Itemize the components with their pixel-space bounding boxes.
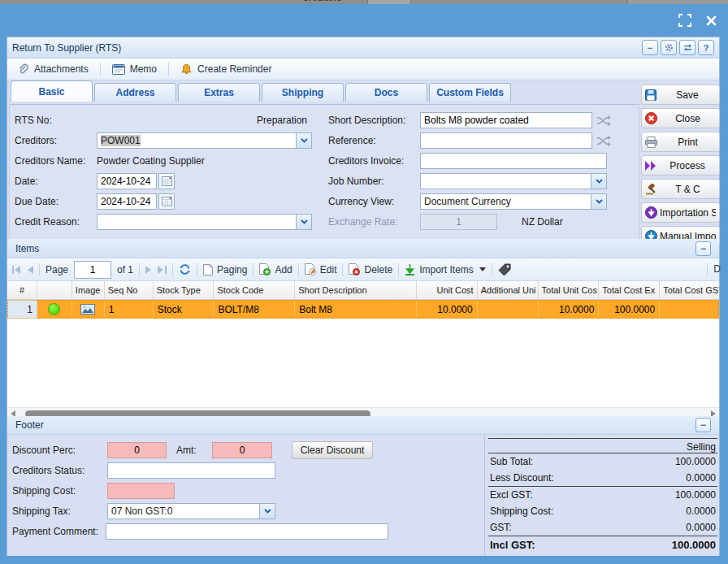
close-red-icon	[645, 112, 657, 124]
next-page-icon[interactable]	[145, 266, 152, 274]
totals-panel: Selling Sub Total: 100.0000 Less Discoun…	[488, 438, 717, 553]
tab-address[interactable]: Address	[94, 83, 176, 102]
currency-view-combo[interactable]: Document Currency	[420, 193, 607, 210]
settings-button[interactable]	[661, 40, 677, 55]
shipping-tax-combo[interactable]: 07 Non GST:0	[107, 503, 275, 519]
less-discount-label: Less Discount:	[490, 472, 554, 484]
importation-split-button[interactable]: Importation Spl	[641, 202, 720, 223]
page-number-input[interactable]	[74, 261, 111, 279]
save-icon	[645, 89, 656, 101]
payment-comment-field[interactable]	[106, 523, 388, 540]
t-and-c-label: T & C	[660, 184, 716, 195]
chevron-down-icon[interactable]	[296, 133, 311, 148]
create-reminder-button[interactable]: Create Reminder	[177, 62, 275, 77]
chevron-down-icon[interactable]	[296, 215, 311, 229]
last-page-icon[interactable]	[158, 266, 167, 274]
creditors-combo[interactable]: POW001	[97, 132, 312, 149]
toolbar-separator	[342, 263, 343, 276]
paging-button[interactable]: Paging	[203, 264, 247, 275]
col-image[interactable]: Image	[72, 281, 105, 299]
credit-reason-combo[interactable]	[97, 214, 312, 230]
clear-discount-button[interactable]: Clear Discount	[292, 441, 373, 459]
add-label: Add	[275, 264, 292, 275]
prev-page-icon[interactable]	[27, 266, 33, 274]
add-item-button[interactable]: Add	[259, 263, 292, 275]
col-unit-cost[interactable]: Unit Cost	[417, 281, 478, 299]
discount-amt-field[interactable]	[212, 442, 272, 458]
col-total-cost-gst[interactable]: Total Cost GST	[660, 281, 719, 299]
job-number-combo[interactable]	[420, 173, 607, 189]
import-items-button[interactable]: Import Items	[405, 264, 486, 275]
close-button[interactable]: Close	[641, 108, 720, 128]
col-additional-unit[interactable]: Additional Uni	[478, 281, 539, 299]
items-grid-header: # Image Seq No Stock Type Stock Code Sho…	[7, 281, 719, 300]
creditors-invoice-field[interactable]	[420, 153, 607, 169]
exchange-rate-field	[420, 214, 497, 230]
toolbar-separator	[253, 263, 254, 276]
reference-field[interactable]	[420, 132, 592, 149]
creditors-invoice-label: Creditors Invoice:	[328, 155, 420, 167]
col-status[interactable]	[37, 281, 72, 299]
import-items-icon	[405, 264, 415, 275]
col-num[interactable]: #	[7, 281, 37, 299]
print-button[interactable]: Print	[641, 132, 720, 152]
col-total-cost-ex[interactable]: Total Cost Ex	[599, 281, 660, 299]
printer-icon	[645, 137, 657, 148]
attachments-button[interactable]: Attachments	[14, 62, 92, 77]
short-description-label: Short Description:	[328, 115, 420, 126]
collapse-items-button[interactable]: −	[696, 241, 711, 256]
totals-column-header: Selling	[488, 438, 717, 453]
chevron-down-icon[interactable]	[591, 194, 606, 209]
shipping-cost-field[interactable]	[107, 483, 175, 499]
tab-shipping[interactable]: Shipping	[262, 83, 344, 102]
table-row[interactable]: 1 1 Stock BOLT/M8 Bolt M8 10.0000 10.000…	[7, 300, 719, 319]
toolbar-separator	[707, 263, 708, 276]
save-button[interactable]: Save	[641, 85, 720, 105]
tab-custom-fields[interactable]: Custom Fields	[429, 83, 511, 102]
t-and-c-button[interactable]: T & C	[641, 179, 720, 199]
chevron-down-icon[interactable]	[259, 504, 275, 518]
discount-perc-field[interactable]	[107, 442, 167, 458]
row-image-cell[interactable]	[72, 300, 105, 319]
truncated-toolbar-label[interactable]: D	[713, 263, 721, 275]
swap-arrows-icon[interactable]	[595, 132, 613, 149]
process-button[interactable]: Process	[641, 155, 720, 176]
tab-extras[interactable]: Extras	[178, 83, 260, 102]
collapse-footer-button[interactable]: −	[696, 418, 711, 432]
credit-reason-label: Credit Reason:	[15, 216, 97, 228]
creditors-status-field[interactable]	[107, 462, 275, 479]
help-button[interactable]: ?	[698, 40, 714, 55]
first-page-icon[interactable]	[12, 266, 21, 274]
calendar-icon[interactable]	[158, 173, 175, 189]
col-short-description[interactable]: Short Description	[295, 281, 417, 299]
fullscreen-icon[interactable]	[678, 13, 692, 28]
minimize-button[interactable]: −	[642, 40, 658, 55]
date-field[interactable]	[97, 173, 157, 189]
edit-item-button[interactable]: Edit	[305, 263, 337, 275]
swap-arrows-icon[interactable]	[595, 112, 613, 128]
background-tab-creditors[interactable]: Creditors	[302, 0, 342, 2]
toolbar-separator	[197, 263, 197, 276]
refresh-grid-icon[interactable]	[179, 263, 191, 275]
due-date-field[interactable]	[97, 193, 157, 210]
chevron-down-icon[interactable]	[591, 174, 606, 189]
creditors-value: POW001	[101, 135, 141, 146]
col-seq-no[interactable]: Seq No	[105, 281, 154, 299]
close-icon[interactable]	[704, 13, 718, 28]
refresh-button[interactable]	[679, 40, 696, 55]
short-description-field[interactable]	[420, 112, 592, 128]
items-grid-empty-area	[7, 319, 719, 407]
col-total-unit-cost[interactable]: Total Unit Cos	[539, 281, 600, 299]
col-stock-type[interactable]: Stock Type	[154, 281, 214, 299]
memo-button[interactable]: Memo	[109, 62, 160, 76]
tag-button[interactable]	[498, 263, 511, 275]
calendar-icon[interactable]	[158, 193, 175, 210]
delete-item-button[interactable]: Delete	[349, 263, 392, 275]
chevron-down-icon	[479, 267, 486, 271]
col-stock-code[interactable]: Stock Code	[214, 281, 295, 299]
tab-basic[interactable]: Basic	[11, 80, 93, 102]
tab-docs[interactable]: Docs	[345, 83, 427, 102]
toolbar-separator	[398, 263, 399, 276]
clear-discount-label: Clear Discount	[301, 445, 365, 456]
memo-label: Memo	[130, 63, 157, 75]
